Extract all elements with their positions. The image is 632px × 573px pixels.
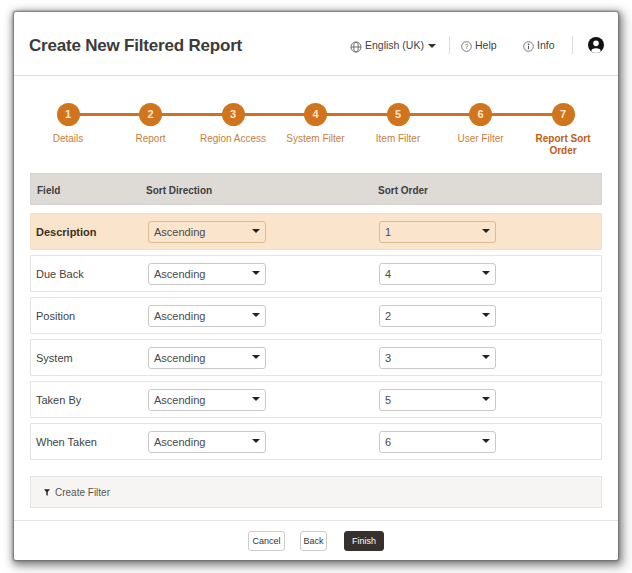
svg-text:?: ? xyxy=(465,43,469,50)
